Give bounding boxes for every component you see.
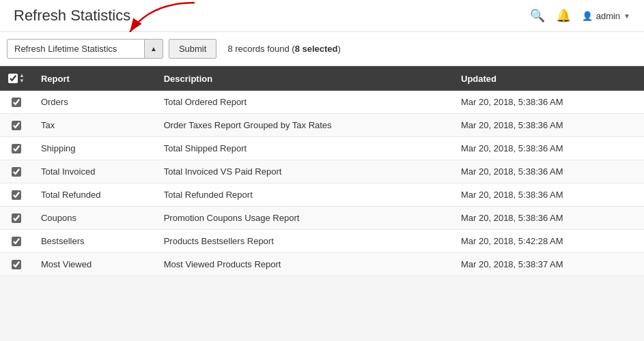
- table-row: Total InvoicedTotal Invoiced VS Paid Rep…: [0, 160, 644, 183]
- report-column-header: Report: [33, 66, 156, 91]
- row-updated: Mar 20, 2018, 5:38:36 AM: [453, 91, 644, 114]
- toolbar: Refresh Lifetime Statistics ▲ Submit 8 r…: [0, 32, 644, 66]
- table-row: Most ViewedMost Viewed Products ReportMa…: [0, 253, 644, 276]
- row-checkbox-cell[interactable]: [0, 183, 33, 207]
- row-updated: Mar 20, 2018, 5:42:28 AM: [453, 230, 644, 253]
- row-checkbox[interactable]: [12, 190, 21, 200]
- row-checkbox-cell[interactable]: [0, 91, 33, 114]
- row-updated: Mar 20, 2018, 5:38:36 AM: [453, 160, 644, 183]
- chevron-down-icon: ▼: [624, 12, 630, 20]
- select-all-header[interactable]: ▲ ▼: [0, 66, 33, 91]
- table-row: ShippingTotal Shipped ReportMar 20, 2018…: [0, 137, 644, 160]
- table-row: TaxOrder Taxes Report Grouped by Tax Rat…: [0, 114, 644, 137]
- row-report: Total Invoiced: [33, 160, 156, 183]
- action-dropdown-button[interactable]: ▲: [144, 40, 163, 58]
- search-icon[interactable]: 🔍: [530, 8, 545, 23]
- table-body: OrdersTotal Ordered ReportMar 20, 2018, …: [0, 91, 644, 276]
- user-menu[interactable]: 👤 admin ▼: [582, 11, 630, 21]
- row-checkbox-cell[interactable]: [0, 137, 33, 160]
- row-description: Total Refunded Report: [156, 183, 453, 207]
- records-info: 8 records found (8 selected): [227, 44, 341, 54]
- statistics-table-wrapper: ▲ ▼ Report Description Updated OrdersTot…: [0, 66, 644, 276]
- row-checkbox[interactable]: [12, 98, 21, 107]
- row-updated: Mar 20, 2018, 5:38:37 AM: [453, 253, 644, 276]
- row-description: Order Taxes Report Grouped by Tax Rates: [156, 114, 453, 137]
- row-description: Total Shipped Report: [156, 137, 453, 160]
- row-description: Promotion Coupons Usage Report: [156, 207, 453, 230]
- sort-arrows-icon: ▲ ▼: [19, 73, 25, 84]
- action-select-wrapper[interactable]: Refresh Lifetime Statistics ▲: [7, 39, 163, 59]
- page-title: Refresh Statistics: [14, 7, 130, 25]
- user-label: admin: [596, 11, 620, 21]
- table-row: BestsellersProducts Bestsellers ReportMa…: [0, 230, 644, 253]
- table-header-row: ▲ ▼ Report Description Updated: [0, 66, 644, 91]
- row-checkbox[interactable]: [12, 213, 21, 223]
- row-report: Coupons: [33, 207, 156, 230]
- statistics-table: ▲ ▼ Report Description Updated OrdersTot…: [0, 66, 644, 276]
- row-checkbox[interactable]: [12, 167, 21, 177]
- updated-column-header: Updated: [453, 66, 644, 91]
- row-checkbox-cell[interactable]: [0, 253, 33, 276]
- row-checkbox-cell[interactable]: [0, 114, 33, 137]
- row-checkbox[interactable]: [12, 121, 21, 130]
- row-report: Bestsellers: [33, 230, 156, 253]
- table-row: Total RefundedTotal Refunded ReportMar 2…: [0, 183, 644, 207]
- row-report: Shipping: [33, 137, 156, 160]
- row-description: Total Invoiced VS Paid Report: [156, 160, 453, 183]
- row-updated: Mar 20, 2018, 5:38:36 AM: [453, 137, 644, 160]
- records-end-text: ): [338, 44, 341, 54]
- row-description: Most Viewed Products Report: [156, 253, 453, 276]
- table-header: ▲ ▼ Report Description Updated: [0, 66, 644, 91]
- records-selected-count: 8 selected: [295, 44, 338, 54]
- notification-bell-icon[interactable]: 🔔: [556, 8, 571, 23]
- row-report: Tax: [33, 114, 156, 137]
- row-checkbox[interactable]: [12, 144, 21, 153]
- row-description: Products Bestsellers Report: [156, 230, 453, 253]
- row-report: Most Viewed: [33, 253, 156, 276]
- row-checkbox[interactable]: [12, 237, 21, 246]
- submit-button[interactable]: Submit: [169, 39, 216, 59]
- row-checkbox-cell[interactable]: [0, 160, 33, 183]
- row-updated: Mar 20, 2018, 5:38:36 AM: [453, 207, 644, 230]
- row-updated: Mar 20, 2018, 5:38:36 AM: [453, 114, 644, 137]
- table-row: CouponsPromotion Coupons Usage ReportMar…: [0, 207, 644, 230]
- row-checkbox-cell[interactable]: [0, 230, 33, 253]
- page-header: Refresh Statistics 🔍 🔔 👤 admin ▼: [0, 0, 644, 32]
- row-updated: Mar 20, 2018, 5:38:36 AM: [453, 183, 644, 207]
- table-row: OrdersTotal Ordered ReportMar 20, 2018, …: [0, 91, 644, 114]
- row-report: Total Refunded: [33, 183, 156, 207]
- row-checkbox[interactable]: [12, 260, 21, 269]
- records-count-text: 8 records found (: [227, 44, 294, 54]
- user-avatar-icon: 👤: [582, 11, 593, 21]
- select-all-checkbox[interactable]: [8, 74, 18, 83]
- row-description: Total Ordered Report: [156, 91, 453, 114]
- row-report: Orders: [33, 91, 156, 114]
- action-select[interactable]: Refresh Lifetime Statistics: [8, 40, 144, 58]
- header-icons: 🔍 🔔 👤 admin ▼: [530, 8, 630, 23]
- row-checkbox-cell[interactable]: [0, 207, 33, 230]
- description-column-header: Description: [156, 66, 453, 91]
